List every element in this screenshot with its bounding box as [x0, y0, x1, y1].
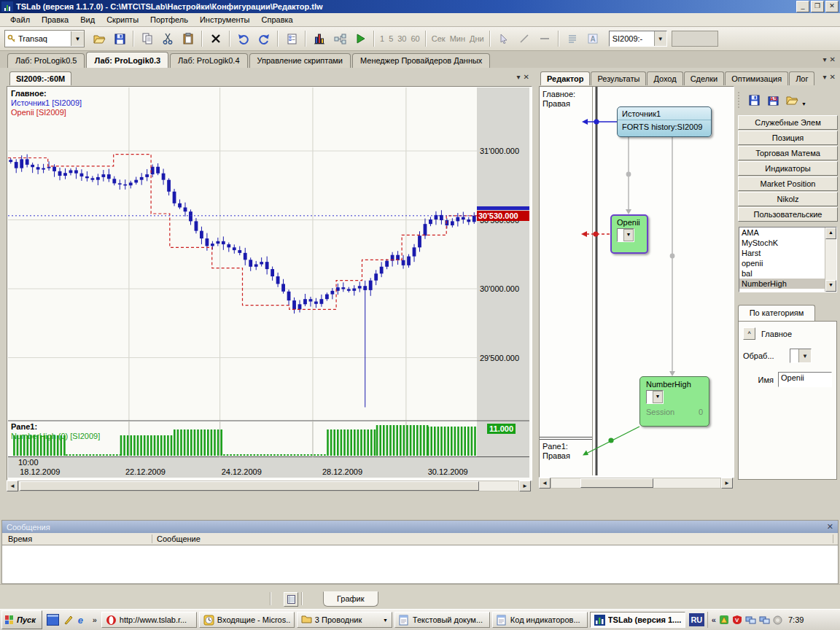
list-item[interactable]: openii	[739, 258, 825, 268]
interval-60-button[interactable]: 60	[411, 34, 420, 43]
scroll-right-icon[interactable]: ►	[721, 478, 733, 489]
handler-combo[interactable]: ▼	[790, 349, 812, 363]
quicklaunch-pen-icon[interactable]	[63, 615, 74, 625]
collapse-section-icon[interactable]: ˄	[743, 327, 755, 340]
editor-tab-3[interactable]: Доход	[647, 71, 682, 85]
delete-button[interactable]	[206, 29, 225, 48]
category-button-3[interactable]: Торговая Матема	[738, 146, 838, 160]
saveas-button[interactable]: AS	[763, 90, 782, 109]
dock-tab-grafik[interactable]: График	[323, 591, 378, 607]
restore-button[interactable]: ❐	[811, 1, 824, 12]
line-tool-button[interactable]	[515, 29, 534, 48]
handler-dropdown-icon[interactable]: ▼	[798, 349, 811, 362]
menu-item-Инструменты[interactable]: Инструменты	[194, 14, 256, 26]
symbol-dropdown-icon[interactable]: ▼	[654, 31, 666, 46]
run-button[interactable]	[351, 29, 370, 48]
list-item[interactable]: AMA	[739, 228, 825, 238]
menu-item-Правка[interactable]: Правка	[36, 14, 74, 26]
editor-tab-2[interactable]: Результаты	[591, 71, 646, 85]
save-button[interactable]	[110, 29, 129, 48]
symbol-combo[interactable]: SI2009:-▼	[609, 31, 667, 47]
unit-Сек-button[interactable]: Сек	[432, 34, 446, 43]
redo-button[interactable]	[254, 29, 273, 48]
toolbar-more-icon[interactable]: ▼	[801, 101, 806, 106]
unit-Дни-button[interactable]: Дни	[470, 34, 484, 43]
chart-area[interactable]: Главное:Источник1 [SI2009]Openii [SI2009…	[8, 88, 529, 478]
hline-tool-button[interactable]	[535, 29, 554, 48]
block-openii[interactable]: Openii▼	[610, 214, 648, 254]
interval-5-button[interactable]: 5	[389, 34, 393, 43]
diagram-button[interactable]	[330, 29, 349, 48]
list-tool-button[interactable]	[563, 29, 582, 48]
editor-tab-4[interactable]: Сделки	[684, 71, 725, 85]
editor-tab-1[interactable]: Редактор	[540, 71, 590, 85]
secondary-combo[interactable]	[672, 31, 718, 47]
group-dropdown-icon[interactable]: ▼	[383, 618, 388, 623]
quicklaunch-app-icon[interactable]	[47, 614, 59, 626]
doc-tab-4[interactable]: Управление скриптами	[249, 53, 351, 68]
editor-panel-menu-icon[interactable]: ▾	[823, 73, 827, 82]
scroll-up-icon[interactable]: ▲	[825, 228, 836, 239]
block-numberhigh-dropdown[interactable]: ▼	[646, 390, 664, 404]
open-button[interactable]	[90, 29, 109, 48]
dropdown-arrow-icon[interactable]: ▼	[653, 391, 663, 403]
doctabs-close-icon[interactable]: ✕	[830, 55, 836, 64]
scroll-left-icon[interactable]: ◄	[539, 478, 551, 489]
category-button-5[interactable]: Market Position	[738, 176, 838, 191]
chart-panel-close-icon[interactable]: ✕	[524, 73, 529, 82]
interval-30-button[interactable]: 30	[397, 34, 406, 43]
chart-panel-menu-icon[interactable]: ▾	[517, 73, 521, 82]
category-button-4[interactable]: Индикаторы	[738, 161, 838, 176]
open-button[interactable]	[782, 90, 801, 109]
list-item[interactable]: bal	[739, 268, 825, 279]
messages-col-time[interactable]: Время	[2, 534, 152, 543]
list-item[interactable]: Harst	[739, 248, 825, 258]
aicon-tool-button[interactable]: A	[583, 29, 602, 48]
menu-item-Скрипты[interactable]: Скрипты	[101, 14, 144, 26]
menu-item-Вид[interactable]: Вид	[74, 14, 101, 26]
doc-tab-5[interactable]: Менеджер Провайдеров Данных	[352, 53, 490, 68]
list-item[interactable]: MyStochK	[739, 238, 825, 248]
dock-pane-icon[interactable]	[284, 592, 298, 607]
paste-button[interactable]	[179, 29, 198, 48]
quicklaunch-chevron-icon[interactable]: »	[93, 615, 97, 624]
chart-symbol-tab[interactable]: SI2009:-:60M	[9, 71, 71, 85]
doctabs-menu-icon[interactable]: ▾	[823, 55, 827, 64]
doc-tab-1[interactable]: Лаб: ProLogik0.5	[7, 53, 85, 68]
tray-shield-icon[interactable]: V	[732, 615, 742, 625]
tray-network-icon[interactable]	[745, 615, 756, 625]
menu-item-Файл[interactable]: Файл	[4, 14, 36, 26]
editor-canvas[interactable]: Главное:ПраваяPane1:ПраваяИсточник1FORTS…	[540, 87, 732, 475]
unit-Мин-button[interactable]: Мин	[450, 34, 465, 43]
menu-item-Портфель[interactable]: Портфель	[144, 14, 194, 26]
name-input[interactable]: Openii	[778, 372, 832, 387]
taskbar-button-4[interactable]: Текстовый докум...	[394, 612, 490, 628]
editor-panel-close-icon[interactable]: ✕	[830, 73, 836, 82]
editor-tab-6[interactable]: Лог	[789, 71, 814, 85]
taskbar-button-3[interactable]: 3 Проводник▼	[297, 612, 392, 628]
start-button[interactable]: Пуск	[1, 610, 42, 629]
category-button-6[interactable]: Nikolz	[738, 192, 838, 206]
close-button[interactable]: ✕	[825, 1, 839, 12]
props-button[interactable]	[282, 29, 301, 48]
tray-network2-icon[interactable]	[759, 615, 770, 625]
scroll-right-icon[interactable]: ►	[519, 481, 531, 491]
minimize-button[interactable]: _	[796, 1, 809, 12]
messages-close-icon[interactable]: ✕	[827, 522, 833, 532]
category-button-7[interactable]: Пользовательские	[738, 207, 838, 222]
block-numberhigh[interactable]: NumberHigh▼Session0	[639, 376, 709, 427]
list-scrollbar[interactable]: ▲▼	[825, 228, 836, 292]
dropdown-arrow-icon[interactable]: ▼	[623, 229, 634, 241]
editor-tab-5[interactable]: Оптимизация	[725, 71, 788, 85]
save-button[interactable]	[744, 90, 763, 109]
category-button-1[interactable]: Служебные Элем	[738, 115, 838, 130]
scroll-down-icon[interactable]: ▼	[825, 280, 836, 292]
category-button-2[interactable]: Позиция	[738, 131, 838, 145]
props-tab-categories[interactable]: По категориям	[738, 305, 815, 322]
scroll-left-icon[interactable]: ◄	[7, 481, 18, 491]
taskbar-button-6[interactable]: TSLab (версия 1....	[590, 612, 685, 628]
editor-hscrollbar[interactable]: ◄ ►	[539, 478, 733, 489]
copy-button[interactable]	[138, 29, 157, 48]
messages-list[interactable]	[2, 545, 838, 583]
pointer-tool-button[interactable]	[494, 29, 513, 48]
